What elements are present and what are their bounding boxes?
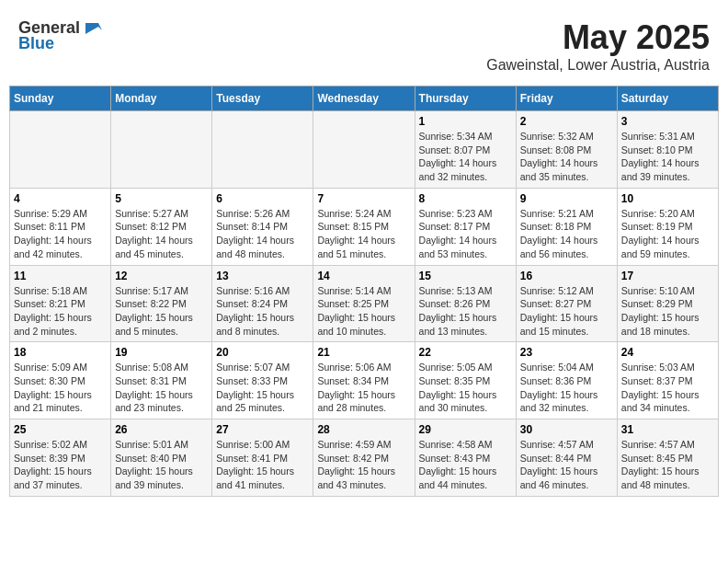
calendar-cell: 28Sunrise: 4:59 AM Sunset: 8:42 PM Dayli…	[313, 419, 415, 497]
day-number: 10	[621, 192, 714, 205]
calendar-cell: 3Sunrise: 5:31 AM Sunset: 8:10 PM Daylig…	[617, 111, 718, 189]
calendar-cell: 13Sunrise: 5:16 AM Sunset: 8:24 PM Dayli…	[212, 265, 313, 342]
calendar-cell: 31Sunrise: 4:57 AM Sunset: 8:45 PM Dayli…	[617, 419, 718, 497]
day-content: Sunrise: 5:04 AM Sunset: 8:36 PM Dayligh…	[520, 361, 613, 415]
day-content: Sunrise: 5:23 AM Sunset: 8:17 PM Dayligh…	[419, 207, 512, 261]
calendar-cell: 5Sunrise: 5:27 AM Sunset: 8:12 PM Daylig…	[111, 188, 212, 265]
day-number: 13	[216, 270, 309, 282]
calendar-cell: 22Sunrise: 5:05 AM Sunset: 8:35 PM Dayli…	[415, 342, 516, 419]
day-number: 28	[317, 423, 410, 436]
day-content: Sunrise: 5:01 AM Sunset: 8:40 PM Dayligh…	[115, 438, 208, 492]
column-header-sunday: Sunday	[10, 86, 111, 111]
day-content: Sunrise: 5:21 AM Sunset: 8:18 PM Dayligh…	[520, 207, 613, 261]
calendar-header-row: SundayMondayTuesdayWednesdayThursdayFrid…	[10, 86, 719, 111]
day-content: Sunrise: 4:58 AM Sunset: 8:43 PM Dayligh…	[419, 438, 512, 492]
day-content: Sunrise: 5:00 AM Sunset: 8:41 PM Dayligh…	[216, 438, 309, 492]
day-number: 27	[216, 423, 309, 436]
calendar-cell: 19Sunrise: 5:08 AM Sunset: 8:31 PM Dayli…	[111, 342, 212, 419]
day-number: 15	[419, 270, 512, 282]
day-content: Sunrise: 5:10 AM Sunset: 8:29 PM Dayligh…	[621, 284, 714, 339]
column-header-tuesday: Tuesday	[212, 86, 313, 111]
calendar-cell: 4Sunrise: 5:29 AM Sunset: 8:11 PM Daylig…	[10, 188, 111, 265]
day-content: Sunrise: 5:13 AM Sunset: 8:26 PM Dayligh…	[419, 284, 512, 339]
svg-marker-0	[85, 23, 102, 34]
day-number: 20	[216, 346, 309, 359]
day-number: 29	[419, 423, 512, 436]
day-content: Sunrise: 5:09 AM Sunset: 8:30 PM Dayligh…	[14, 361, 107, 415]
calendar-body: 1Sunrise: 5:34 AM Sunset: 8:07 PM Daylig…	[10, 111, 719, 497]
calendar-cell: 2Sunrise: 5:32 AM Sunset: 8:08 PM Daylig…	[516, 111, 617, 189]
calendar-cell: 25Sunrise: 5:02 AM Sunset: 8:39 PM Dayli…	[10, 419, 111, 497]
calendar-cell: 1Sunrise: 5:34 AM Sunset: 8:07 PM Daylig…	[415, 111, 516, 189]
day-content: Sunrise: 5:06 AM Sunset: 8:34 PM Dayligh…	[317, 361, 410, 415]
column-header-monday: Monday	[111, 86, 212, 111]
day-content: Sunrise: 5:05 AM Sunset: 8:35 PM Dayligh…	[419, 361, 512, 415]
day-number: 19	[115, 346, 208, 359]
day-content: Sunrise: 5:27 AM Sunset: 8:12 PM Dayligh…	[115, 207, 208, 261]
day-number: 31	[621, 423, 714, 436]
calendar-cell: 17Sunrise: 5:10 AM Sunset: 8:29 PM Dayli…	[617, 265, 718, 342]
day-number: 22	[419, 346, 512, 359]
day-number: 5	[115, 192, 208, 205]
calendar-cell: 16Sunrise: 5:12 AM Sunset: 8:27 PM Dayli…	[516, 265, 617, 342]
calendar-cell: 7Sunrise: 5:24 AM Sunset: 8:15 PM Daylig…	[313, 188, 415, 265]
logo-icon	[82, 17, 102, 38]
day-number: 2	[520, 115, 613, 128]
day-content: Sunrise: 5:29 AM Sunset: 8:11 PM Dayligh…	[14, 207, 107, 261]
calendar-cell: 30Sunrise: 4:57 AM Sunset: 8:44 PM Dayli…	[516, 419, 617, 497]
calendar-cell: 6Sunrise: 5:26 AM Sunset: 8:14 PM Daylig…	[212, 188, 313, 265]
day-content: Sunrise: 5:03 AM Sunset: 8:37 PM Dayligh…	[621, 361, 714, 415]
day-content: Sunrise: 5:07 AM Sunset: 8:33 PM Dayligh…	[216, 361, 309, 415]
calendar-cell: 29Sunrise: 4:58 AM Sunset: 8:43 PM Dayli…	[415, 419, 516, 497]
calendar-cell	[10, 111, 111, 189]
calendar-cell: 27Sunrise: 5:00 AM Sunset: 8:41 PM Dayli…	[212, 419, 313, 497]
calendar-week-5: 25Sunrise: 5:02 AM Sunset: 8:39 PM Dayli…	[10, 419, 719, 497]
column-header-wednesday: Wednesday	[313, 86, 415, 111]
calendar-week-3: 11Sunrise: 5:18 AM Sunset: 8:21 PM Dayli…	[10, 265, 719, 342]
calendar-cell: 9Sunrise: 5:21 AM Sunset: 8:18 PM Daylig…	[516, 188, 617, 265]
calendar-cell: 15Sunrise: 5:13 AM Sunset: 8:26 PM Dayli…	[415, 265, 516, 342]
day-number: 7	[317, 192, 410, 205]
day-number: 18	[14, 346, 107, 359]
calendar-cell	[212, 111, 313, 189]
calendar-cell	[313, 111, 415, 189]
day-content: Sunrise: 5:24 AM Sunset: 8:15 PM Dayligh…	[317, 207, 410, 261]
column-header-thursday: Thursday	[415, 86, 516, 111]
calendar-cell: 8Sunrise: 5:23 AM Sunset: 8:17 PM Daylig…	[415, 188, 516, 265]
calendar-cell: 11Sunrise: 5:18 AM Sunset: 8:21 PM Dayli…	[10, 265, 111, 342]
day-number: 30	[520, 423, 613, 436]
calendar-cell: 24Sunrise: 5:03 AM Sunset: 8:37 PM Dayli…	[617, 342, 718, 419]
day-number: 23	[520, 346, 613, 359]
day-number: 17	[621, 270, 714, 282]
day-number: 4	[14, 192, 107, 205]
calendar-cell: 26Sunrise: 5:01 AM Sunset: 8:40 PM Dayli…	[111, 419, 212, 497]
day-content: Sunrise: 4:57 AM Sunset: 8:45 PM Dayligh…	[621, 438, 714, 492]
day-content: Sunrise: 5:12 AM Sunset: 8:27 PM Dayligh…	[520, 284, 613, 339]
day-content: Sunrise: 5:26 AM Sunset: 8:14 PM Dayligh…	[216, 207, 309, 261]
calendar-cell: 23Sunrise: 5:04 AM Sunset: 8:36 PM Dayli…	[516, 342, 617, 419]
day-number: 9	[520, 192, 613, 205]
column-header-saturday: Saturday	[617, 86, 718, 111]
day-content: Sunrise: 5:17 AM Sunset: 8:22 PM Dayligh…	[115, 284, 208, 339]
day-number: 1	[419, 115, 512, 128]
calendar-week-2: 4Sunrise: 5:29 AM Sunset: 8:11 PM Daylig…	[10, 188, 719, 265]
day-content: Sunrise: 5:20 AM Sunset: 8:19 PM Dayligh…	[621, 207, 714, 261]
day-number: 8	[419, 192, 512, 205]
day-number: 21	[317, 346, 410, 359]
day-content: Sunrise: 5:31 AM Sunset: 8:10 PM Dayligh…	[621, 130, 714, 184]
calendar-cell: 21Sunrise: 5:06 AM Sunset: 8:34 PM Dayli…	[313, 342, 415, 419]
day-number: 24	[621, 346, 714, 359]
calendar-cell: 12Sunrise: 5:17 AM Sunset: 8:22 PM Dayli…	[111, 265, 212, 342]
day-content: Sunrise: 5:34 AM Sunset: 8:07 PM Dayligh…	[419, 130, 512, 184]
calendar: SundayMondayTuesdayWednesdayThursdayFrid…	[9, 86, 719, 497]
calendar-cell: 10Sunrise: 5:20 AM Sunset: 8:19 PM Dayli…	[617, 188, 718, 265]
day-content: Sunrise: 5:32 AM Sunset: 8:08 PM Dayligh…	[520, 130, 613, 184]
logo-blue: Blue	[18, 34, 54, 53]
calendar-cell	[111, 111, 212, 189]
day-number: 12	[115, 270, 208, 282]
calendar-week-4: 18Sunrise: 5:09 AM Sunset: 8:30 PM Dayli…	[10, 342, 719, 419]
day-number: 26	[115, 423, 208, 436]
title-area: May 2025 Gaweinstal, Lower Austria, Aust…	[486, 18, 710, 74]
calendar-week-1: 1Sunrise: 5:34 AM Sunset: 8:07 PM Daylig…	[10, 111, 719, 189]
day-content: Sunrise: 5:14 AM Sunset: 8:25 PM Dayligh…	[317, 284, 410, 339]
